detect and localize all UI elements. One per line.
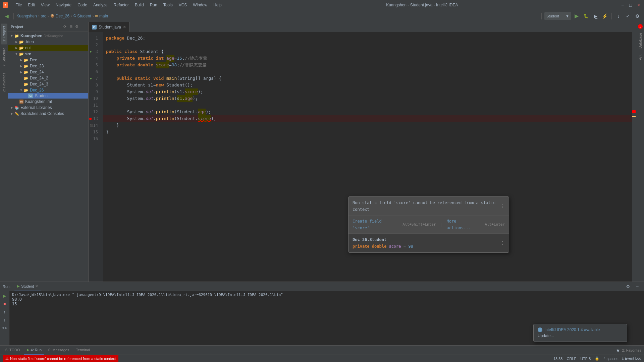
breadcrumb-file[interactable]: Student bbox=[77, 14, 91, 18]
maximize-button[interactable]: □ bbox=[628, 2, 633, 8]
bottom-tab-student[interactable]: ▶ Student ✕ bbox=[14, 282, 41, 291]
line-num-13: ● 13 bbox=[89, 115, 101, 122]
tree-item-src[interactable]: ▼ 📂 src bbox=[8, 51, 88, 57]
folder-icon: 📂 bbox=[23, 87, 29, 93]
menu-help[interactable]: Help bbox=[211, 2, 224, 8]
tool-tab-todo[interactable]: 6: TODO bbox=[3, 346, 23, 355]
settings-button[interactable]: ⚙ bbox=[633, 12, 641, 20]
code-line-5: private double score=98;//非静态变量 bbox=[103, 62, 632, 68]
right-tab-ant[interactable]: Ant bbox=[637, 52, 644, 63]
run-icon: ▶ bbox=[27, 348, 30, 352]
tab-student-java[interactable]: C Student.java ✕ bbox=[89, 22, 129, 32]
run-label: Run: bbox=[3, 285, 10, 289]
breadcrumb-package[interactable]: Dec_26 bbox=[56, 14, 69, 18]
tool-window-bar: 6: TODO ▶ 4: Run 0: Messages Terminal ★ … bbox=[0, 345, 644, 355]
menu-code[interactable]: Code bbox=[75, 2, 90, 8]
more-options-button[interactable]: >> bbox=[1, 325, 8, 331]
statusbar: ⚠ Non-static field 'score' cannot be ref… bbox=[0, 355, 644, 362]
breadcrumb-project[interactable]: Kuangshen bbox=[16, 14, 37, 18]
close-button[interactable]: × bbox=[636, 2, 641, 8]
vcs-update-button[interactable]: ↓ bbox=[614, 12, 623, 20]
tree-item-kuangshen[interactable]: ▼ 📁 Kuangshen D:\Kuangshe bbox=[8, 33, 88, 39]
tab-close-button[interactable]: ✕ bbox=[123, 25, 126, 29]
run-config-dropdown[interactable]: Student▼ bbox=[544, 12, 571, 20]
tree-item-student[interactable]: C Student bbox=[8, 93, 88, 99]
status-line-ending[interactable]: CRLF bbox=[567, 357, 576, 361]
menu-window[interactable]: Window bbox=[190, 2, 210, 8]
toolbar-separator bbox=[13, 13, 14, 19]
bottom-tabs: Run: ▶ Student ✕ ⚙ − bbox=[0, 282, 644, 291]
left-tab-project[interactable]: 1: Project bbox=[1, 23, 7, 44]
create-field-action[interactable]: Create field 'score' bbox=[353, 218, 400, 231]
breadcrumb-method[interactable]: main bbox=[99, 14, 108, 18]
sync-files-button[interactable]: ⟳ bbox=[62, 24, 67, 29]
tree-item-ext-libs[interactable]: ▶ 📚 External Libraries bbox=[8, 105, 88, 111]
breadcrumb-src[interactable]: src bbox=[41, 14, 46, 18]
menu-tools[interactable]: Tools bbox=[161, 2, 175, 8]
favorites-icon[interactable]: ★ bbox=[614, 346, 622, 354]
status-error-panel[interactable]: ⚠ Non-static field 'score' cannot be ref… bbox=[3, 355, 118, 362]
tree-label-scratches: Scratches and Consoles bbox=[20, 111, 64, 116]
minimize-button[interactable]: − bbox=[620, 2, 625, 8]
messages-tab-label: 0: Messages bbox=[48, 348, 69, 352]
scroll-up-button[interactable]: ↑ bbox=[1, 309, 8, 315]
code-text-area[interactable]: package Dec_26; public class Student { p… bbox=[103, 32, 632, 282]
run-restart-button[interactable]: ▶ bbox=[1, 293, 8, 299]
profiler-button[interactable]: ⚡ bbox=[601, 12, 609, 20]
toolbar-separator3 bbox=[611, 13, 612, 19]
collapse-all-button[interactable]: ⊟ bbox=[68, 24, 73, 29]
status-encoding[interactable]: UTF-8 bbox=[580, 357, 591, 361]
bottom-tab-close-button[interactable]: ✕ bbox=[35, 284, 38, 288]
tree-item-dec[interactable]: ▶ 📂 Dec bbox=[8, 57, 88, 63]
left-tab-structure[interactable]: 7: Structure bbox=[1, 45, 7, 69]
update-link[interactable]: Update... bbox=[538, 334, 623, 338]
tree-item-dec26[interactable]: ▼ 📂 Dec_26 bbox=[8, 87, 88, 93]
tool-tab-run[interactable]: ▶ 4: Run bbox=[24, 346, 44, 355]
tree-item-dec24[interactable]: ▶ 📂 Dec_24 bbox=[8, 69, 88, 75]
hint-more-button[interactable]: ⋮ bbox=[500, 240, 505, 246]
hide-panel-button[interactable]: − bbox=[80, 24, 86, 29]
tree-item-dec23[interactable]: ▶ 📂 Dec_23 bbox=[8, 63, 88, 69]
toolbar-separator2 bbox=[541, 13, 542, 19]
menu-navigate[interactable]: Navigate bbox=[53, 2, 74, 8]
vcs-commit-button[interactable]: ✓ bbox=[624, 12, 632, 20]
tree-item-dec24-2[interactable]: 📂 Dec_24_2 bbox=[8, 75, 88, 81]
menu-refactor[interactable]: Refactor bbox=[111, 2, 131, 8]
bottom-hide-button[interactable]: − bbox=[633, 283, 641, 291]
code-line-15: } bbox=[103, 129, 632, 135]
status-event-log[interactable]: ℹ Event Log bbox=[622, 356, 641, 361]
status-line-col[interactable]: 13:38 bbox=[553, 357, 563, 361]
bottom-settings-button[interactable]: ⚙ bbox=[624, 283, 632, 291]
back-button[interactable]: ◀ bbox=[3, 12, 11, 20]
settings-gear-icon[interactable]: ⚙ bbox=[74, 24, 79, 29]
menu-edit[interactable]: Edit bbox=[25, 2, 38, 8]
more-actions-link[interactable]: More actions... bbox=[446, 218, 482, 231]
run-indicator-icon: ▶ bbox=[90, 48, 92, 55]
menu-view[interactable]: View bbox=[38, 2, 52, 8]
code-editor[interactable]: 1 2 ▶ 3 4 5 6 ▶ 7 8 9 10 11 12 ● bbox=[89, 32, 636, 282]
line-num-11: 11 bbox=[89, 102, 101, 109]
status-indent[interactable]: 4 spaces bbox=[603, 357, 618, 361]
tool-tab-terminal[interactable]: Terminal bbox=[73, 346, 93, 355]
menu-run[interactable]: Run bbox=[147, 2, 160, 8]
tree-item-kuangshen-iml[interactable]: iml Kuangshen.iml bbox=[8, 99, 88, 105]
menu-analyze[interactable]: Analyze bbox=[91, 2, 110, 8]
run-stop-button[interactable]: ■ bbox=[1, 301, 8, 307]
right-tab-database[interactable]: Database bbox=[637, 30, 644, 51]
tree-item-idea[interactable]: ▶ 📂 .idea bbox=[8, 39, 88, 45]
tooltip-more-button[interactable]: ⋮ bbox=[500, 203, 505, 209]
menu-file[interactable]: File bbox=[13, 2, 24, 8]
tree-item-out[interactable]: ▶ 📂 out bbox=[8, 45, 88, 51]
tool-tab-messages[interactable]: 0: Messages bbox=[46, 346, 72, 355]
run-button[interactable]: ▶ bbox=[573, 12, 581, 20]
menu-build[interactable]: Build bbox=[132, 2, 147, 8]
scroll-down-button[interactable]: ↓ bbox=[1, 317, 8, 323]
menu-vcs[interactable]: VCS bbox=[176, 2, 190, 8]
code-line-1: package Dec_26; bbox=[103, 35, 632, 42]
tree-item-dec24-3[interactable]: 📂 Dec_24_3 bbox=[8, 81, 88, 87]
tree-item-scratches[interactable]: ▶ ✏️ Scratches and Consoles bbox=[8, 111, 88, 117]
left-tab-favorites[interactable]: 2: Favorites bbox=[1, 70, 7, 95]
titlebar-left: IJ File Edit View Navigate Code Analyze … bbox=[3, 2, 224, 8]
run-with-coverage-button[interactable]: ▶̲ bbox=[591, 12, 599, 20]
debug-button[interactable]: 🐛 bbox=[582, 12, 590, 20]
